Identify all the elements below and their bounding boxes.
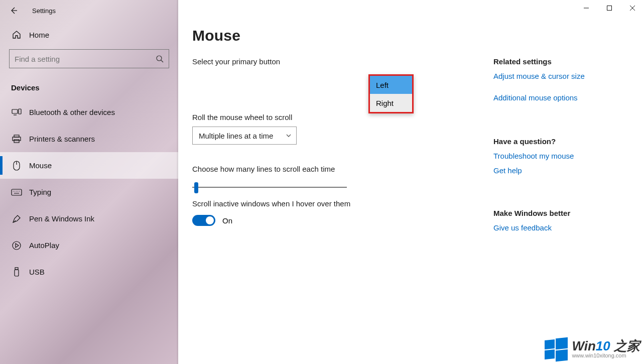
usb-icon bbox=[11, 267, 22, 278]
primary-button-label: Select your primary button bbox=[192, 57, 488, 66]
scroll-inactive-toggle-row: On bbox=[192, 215, 488, 226]
svg-rect-11 bbox=[607, 6, 612, 11]
toggle-state-label: On bbox=[222, 216, 232, 225]
related-settings-heading: Related settings bbox=[493, 57, 631, 66]
lines-scroll-slider[interactable] bbox=[192, 180, 347, 194]
svg-rect-2 bbox=[19, 109, 21, 114]
maximize-button[interactable] bbox=[598, 0, 621, 16]
svg-point-0 bbox=[157, 56, 162, 61]
scroll-inactive-label: Scroll inactive windows when I hover ove… bbox=[192, 199, 488, 208]
titlebar: Settings bbox=[0, 4, 178, 19]
sidebar-item-typing[interactable]: Typing bbox=[0, 179, 178, 205]
sidebar-item-pen[interactable]: Pen & Windows Ink bbox=[0, 205, 178, 232]
content-area: Mouse Select your primary button Roll th… bbox=[178, 0, 644, 364]
sidebar-item-printers[interactable]: Printers & scanners bbox=[0, 126, 178, 152]
pen-icon bbox=[11, 213, 22, 224]
svg-rect-3 bbox=[14, 135, 19, 137]
slider-thumb[interactable] bbox=[194, 182, 198, 193]
main-column: Mouse Select your primary button Roll th… bbox=[192, 27, 488, 232]
wheel-scroll-value: Multiple lines at a time bbox=[199, 132, 273, 140]
printer-icon bbox=[11, 134, 22, 145]
back-icon[interactable] bbox=[9, 6, 18, 15]
sidebar-item-bluetooth[interactable]: Bluetooth & other devices bbox=[0, 99, 178, 126]
slider-track bbox=[192, 187, 347, 188]
close-button[interactable] bbox=[621, 0, 644, 16]
windows-logo-icon bbox=[545, 337, 569, 361]
home-icon bbox=[11, 29, 22, 40]
watermark-brand-num: 10 bbox=[596, 338, 610, 353]
sidebar-item-usb[interactable]: USB bbox=[0, 259, 178, 285]
wheel-scroll-label: Roll the mouse wheel to scroll bbox=[192, 113, 488, 122]
svg-rect-9 bbox=[15, 270, 19, 276]
primary-button-option-right[interactable]: Right bbox=[370, 94, 412, 112]
svg-rect-7 bbox=[12, 189, 22, 195]
search-input[interactable] bbox=[10, 55, 151, 63]
search-box[interactable] bbox=[9, 49, 169, 68]
svg-point-8 bbox=[13, 241, 21, 250]
search-icon bbox=[151, 55, 169, 63]
sidebar-item-autoplay[interactable]: AutoPlay bbox=[0, 232, 178, 259]
window-controls bbox=[575, 0, 644, 16]
sidebar-item-label: AutoPlay bbox=[29, 241, 59, 250]
sidebar-home[interactable]: Home bbox=[0, 19, 178, 47]
scroll-inactive-toggle[interactable] bbox=[192, 215, 215, 226]
sidebar-item-label: Pen & Windows Ink bbox=[29, 214, 94, 223]
svg-rect-1 bbox=[12, 109, 18, 113]
link-adjust-mouse-cursor[interactable]: Adjust mouse & cursor size bbox=[493, 72, 631, 80]
page-body: Mouse Select your primary button Roll th… bbox=[178, 4, 644, 232]
question-heading: Have a question? bbox=[493, 137, 631, 146]
right-column: Related settings Adjust mouse & cursor s… bbox=[493, 27, 644, 232]
link-get-help[interactable]: Get help bbox=[493, 166, 631, 175]
svg-rect-10 bbox=[15, 268, 18, 270]
primary-button-dropdown-open[interactable]: Left Right bbox=[368, 74, 414, 113]
link-additional-mouse-options[interactable]: Additional mouse options bbox=[493, 93, 631, 102]
watermark: Win10 之家 www.win10xitong.com bbox=[545, 337, 640, 361]
link-give-feedback[interactable]: Give us feedback bbox=[493, 223, 631, 232]
sidebar-item-label: Typing bbox=[29, 188, 51, 196]
app-title: Settings bbox=[32, 7, 56, 15]
sidebar-item-label: Mouse bbox=[29, 161, 52, 170]
sidebar-item-label: USB bbox=[29, 268, 45, 276]
lines-scroll-label: Choose how many lines to scroll each tim… bbox=[192, 165, 488, 173]
svg-rect-5 bbox=[14, 140, 19, 143]
watermark-brand-prefix: Win bbox=[572, 338, 595, 353]
mouse-icon bbox=[11, 160, 22, 171]
sidebar-item-mouse[interactable]: Mouse bbox=[0, 152, 178, 179]
page-title: Mouse bbox=[192, 27, 488, 44]
settings-window: Settings Home Devices Bluetooth & other … bbox=[0, 0, 644, 364]
wheel-scroll-dropdown[interactable]: Multiple lines at a time bbox=[192, 127, 297, 145]
watermark-text: Win10 之家 www.win10xitong.com bbox=[572, 339, 640, 358]
primary-button-option-left[interactable]: Left bbox=[370, 76, 412, 94]
sidebar: Settings Home Devices Bluetooth & other … bbox=[0, 0, 178, 364]
watermark-brand-suffix: 之家 bbox=[610, 338, 640, 353]
link-troubleshoot-mouse[interactable]: Troubleshoot my mouse bbox=[493, 152, 631, 160]
keyboard-icon bbox=[11, 187, 22, 198]
sidebar-item-label: Bluetooth & other devices bbox=[29, 108, 115, 116]
minimize-button[interactable] bbox=[575, 0, 598, 16]
devices-icon bbox=[11, 107, 22, 118]
sidebar-item-label: Printers & scanners bbox=[29, 135, 95, 143]
sidebar-section-title: Devices bbox=[0, 68, 178, 99]
home-label: Home bbox=[29, 31, 49, 39]
better-heading: Make Windows better bbox=[493, 209, 631, 217]
autoplay-icon bbox=[11, 240, 22, 251]
chevron-down-icon bbox=[285, 132, 292, 139]
